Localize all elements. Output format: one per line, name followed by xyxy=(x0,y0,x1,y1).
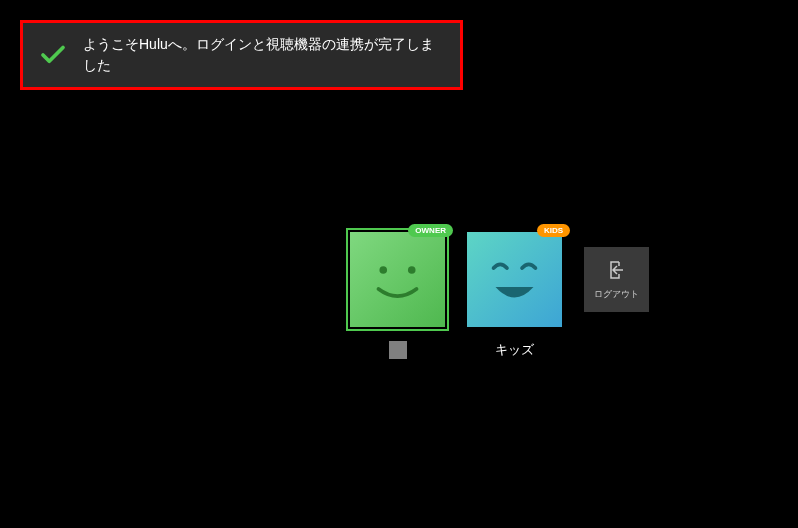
owner-badge: OWNER xyxy=(408,224,453,237)
svg-rect-0 xyxy=(350,232,445,327)
profile-label-redacted xyxy=(389,341,407,359)
logout-button[interactable]: ログアウト xyxy=(584,247,649,312)
kids-badge: KIDS xyxy=(537,224,570,237)
laugh-face-icon xyxy=(467,232,562,327)
svg-point-2 xyxy=(408,266,416,274)
check-icon xyxy=(38,40,68,70)
smile-face-icon xyxy=(350,232,445,327)
welcome-toast: ようこそHuluへ。ログインと視聴機器の連携が完了しました xyxy=(20,20,463,90)
logout-label: ログアウト xyxy=(594,288,639,301)
profile-kids[interactable]: KIDS キッズ xyxy=(467,232,562,359)
toast-message: ようこそHuluへ。ログインと視聴機器の連携が完了しました xyxy=(83,34,445,76)
logout-icon xyxy=(605,258,629,282)
profile-avatar-kids: KIDS xyxy=(467,232,562,327)
svg-rect-3 xyxy=(467,232,562,327)
svg-point-1 xyxy=(379,266,387,274)
profiles-container: OWNER KIDS xyxy=(350,232,649,359)
profile-owner[interactable]: OWNER xyxy=(350,232,445,359)
profile-avatar-owner: OWNER xyxy=(350,232,445,327)
profile-label-kids: キッズ xyxy=(495,341,534,359)
